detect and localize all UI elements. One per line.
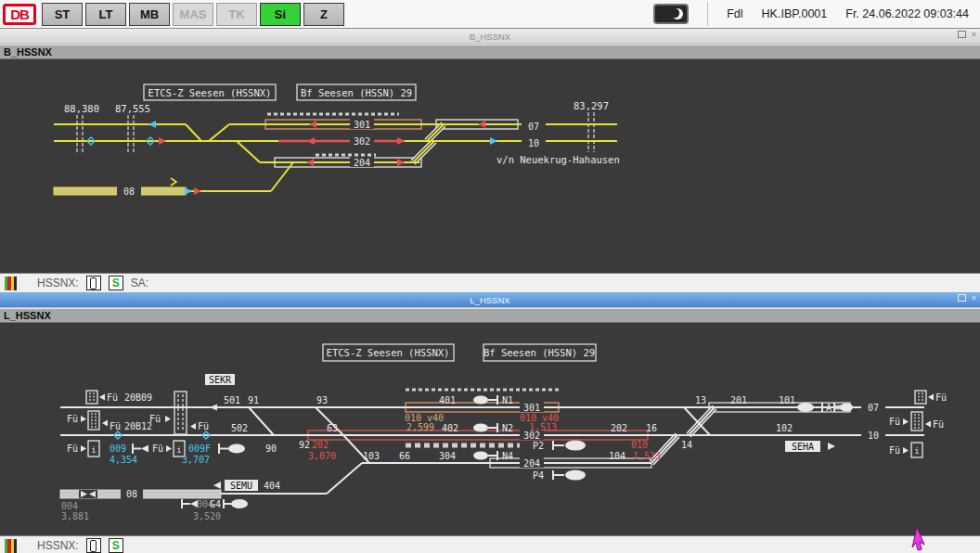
signal-a2-icon[interactable]: [834, 403, 853, 412]
fu-label: Fü: [198, 421, 209, 431]
signal-oval-icon[interactable]: [224, 499, 248, 508]
train-202-dist: 3,070: [308, 451, 336, 461]
fu-label: Fü: [110, 421, 121, 431]
section-502-label: 502: [231, 423, 248, 433]
b-track-08-label: 08: [123, 186, 135, 197]
switch-63-label: 63: [327, 423, 338, 433]
signal-a-label: A: [826, 403, 832, 413]
signal-n4-label: N4: [502, 451, 513, 461]
l-status-box-bar[interactable]: [86, 538, 101, 553]
fu-label: Fü: [149, 414, 161, 424]
info-box-icon[interactable]: i: [88, 441, 99, 457]
l-status-station: HSSNX:: [37, 539, 79, 552]
b-bf-label: Bf Seesen (HSSN) 29: [301, 87, 412, 98]
fu-arrow-left-icon: [928, 394, 934, 401]
palette-icon: [5, 276, 17, 290]
window-b-label: B_HSSNX: [4, 46, 52, 58]
toolbar-button-si[interactable]: Si: [260, 3, 301, 26]
palette-icon: [5, 539, 17, 553]
signal-left-icon[interactable]: [133, 444, 148, 454]
window-b-content: ETCS-Z Seesen (HSSNX) Bf Seesen (HSSN) 2…: [0, 59, 980, 273]
day-night-toggle[interactable]: [653, 4, 689, 24]
signal-p2-icon[interactable]: [553, 441, 586, 451]
close-icon[interactable]: ×: [972, 30, 976, 39]
fu-arrow-left-icon: [190, 423, 196, 430]
moon-icon: [670, 6, 685, 21]
boundary-marker-icon: [174, 392, 187, 434]
b-status-sa: SA:: [131, 276, 148, 289]
l-status-box-s[interactable]: S: [109, 538, 123, 553]
fu-arrow-left-icon: [102, 420, 108, 427]
fu-arrow-left-icon: [925, 421, 931, 428]
toolbar-button-lt[interactable]: LT: [85, 3, 126, 26]
maximize-icon[interactable]: [958, 31, 966, 38]
signal-p4-icon[interactable]: [553, 470, 586, 481]
semu-label: SEMU: [230, 481, 252, 491]
b-status-station: HSSNX:: [37, 276, 79, 289]
toolbar-separator: [707, 2, 708, 26]
toolbar-button-st[interactable]: ST: [42, 3, 83, 26]
switch-92-label: 92: [299, 440, 310, 450]
window-l: L_HSSNX × L_HSSNX ETCS-Z Seesen (HSSNX) …: [0, 292, 980, 553]
svg-text:i: i: [176, 445, 181, 455]
window-l-label: L_HSSNX: [4, 310, 51, 321]
switch-91-label: 91: [248, 395, 259, 405]
toolbar-button-z[interactable]: Z: [303, 3, 344, 26]
b-track-07-label: 07: [528, 122, 539, 132]
window-l-titlebar[interactable]: L_HSSNX ×: [0, 292, 980, 308]
l-etcs-label: ETCS-Z Seesen (HSSNX): [327, 347, 450, 358]
toolbar-button-mb[interactable]: MB: [129, 3, 170, 26]
train-009f-dist: 3,707: [182, 455, 210, 465]
switch-104-label: 104: [609, 451, 625, 461]
window-b-titlebar[interactable]: B_HSSNX ×: [0, 29, 980, 45]
signal-n1-label: N1: [502, 395, 513, 405]
role-indicator: Fdl: [727, 7, 742, 20]
fu-label: Fü: [107, 392, 118, 403]
b-status-box-bar[interactable]: [86, 276, 101, 290]
block-marker-20b09-icon[interactable]: [86, 391, 97, 404]
fu-arrow-right-icon: [81, 416, 86, 422]
b-etcs-label: ETCS-Z Seesen (HSSNX): [148, 87, 272, 98]
l-track-301-label: 301: [523, 403, 540, 413]
block-marker-20b12-icon[interactable]: [88, 411, 99, 430]
window-b-statusbar: HSSNX: S SA:: [0, 273, 980, 292]
close-icon[interactable]: ×: [972, 293, 976, 302]
datetime-display: Fr. 24.06.2022 09:03:44: [845, 7, 969, 20]
fu-label: Fü: [889, 417, 900, 427]
block-marker-right2-icon[interactable]: [911, 412, 922, 431]
signal-a-exit-icon[interactable]: [797, 403, 822, 412]
fu-label: Fü: [889, 445, 900, 456]
block-20b09-label: 20B09: [124, 392, 152, 403]
toolbar-button-tk: TK: [216, 3, 257, 26]
km-post-3: [588, 112, 594, 152]
workstation-id: HK.IBP.0001: [762, 7, 828, 20]
block-marker-right-icon[interactable]: [915, 391, 926, 404]
train-009f-label: 009F: [188, 444, 211, 454]
switch-16-label: 16: [646, 423, 657, 433]
window-l-content: ETCS-Z Seesen (HSSNX) Bf Seesen (HSSN) 2…: [0, 323, 980, 535]
maximize-icon[interactable]: [958, 294, 966, 302]
train-004-dist: 3,881: [61, 511, 89, 521]
section-101-label: 101: [779, 395, 795, 405]
b-track-10-label: 10: [528, 138, 539, 148]
svg-text:i: i: [914, 446, 919, 456]
semu-arrow-icon: [213, 482, 221, 489]
train-202-label: 202: [312, 440, 329, 450]
block-20b12-label: 20B12: [124, 421, 152, 431]
info-box-right-icon[interactable]: i: [911, 443, 922, 457]
section-102-label: 102: [776, 423, 793, 433]
switch-501-label: 501: [224, 395, 240, 405]
signal-left-icon[interactable]: [182, 499, 198, 508]
section-402-label: 402: [442, 423, 458, 433]
db-logo: DB: [3, 4, 36, 25]
fu-arrow-right-icon: [166, 445, 172, 452]
signal-p2-label: P2: [533, 441, 544, 451]
train-004-label: 004: [61, 501, 78, 511]
b-status-box-s[interactable]: S: [109, 276, 123, 290]
signal-oval-icon[interactable]: [219, 444, 245, 454]
route-1513b-label: 1,513: [633, 451, 661, 461]
window-l-statusbar: HSSNX: S: [0, 535, 980, 553]
km-post-1: [77, 115, 83, 154]
b-track-204-label: 204: [354, 158, 370, 168]
main-toolbar: DB ST LT MB MAS TK Si Z Fdl HK.IBP.0001 …: [0, 0, 980, 29]
